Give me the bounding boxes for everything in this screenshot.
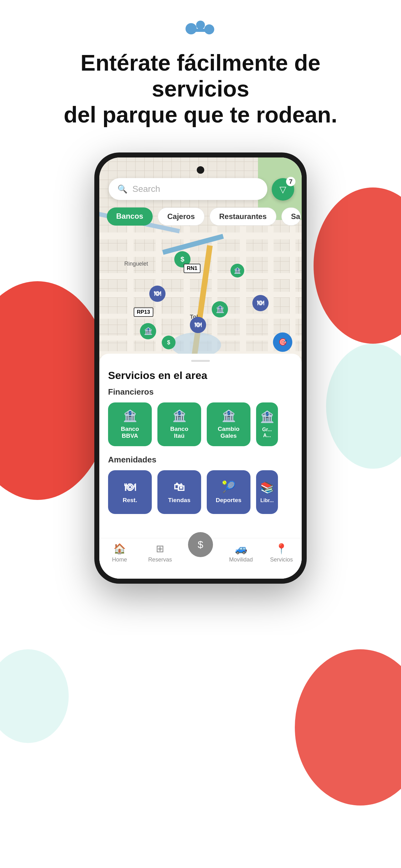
servicios-label: Servicios	[270, 556, 293, 563]
map-search-bar[interactable]: 🔍 Search	[109, 178, 267, 200]
svg-rect-3	[191, 29, 210, 32]
filter-button[interactable]: ▽ 7	[272, 178, 294, 200]
street-v7	[290, 226, 295, 370]
search-placeholder: Search	[132, 184, 160, 194]
pill-cajeros[interactable]: Cajeros	[158, 208, 205, 226]
libr-icon: 📚	[260, 481, 274, 494]
camera-notch	[197, 166, 204, 174]
nav-item-servicios[interactable]: 📍 Servicios	[261, 543, 302, 563]
map-marker-4: 🏦	[140, 323, 156, 339]
rp13-sign: RP13	[134, 307, 153, 317]
bank-icon-2: 🏦	[172, 409, 187, 423]
pill-sa[interactable]: Sa...	[281, 208, 301, 226]
bottom-nav: 🏠 Home ⊞ Reservas $ 🚙 Movilidad	[99, 538, 302, 579]
svg-point-1	[196, 21, 205, 29]
service-card-bbva[interactable]: 🏦 BancoBBVA	[108, 402, 152, 446]
bg-blob-mint2	[0, 649, 69, 743]
amenidades-title: Amenidades	[108, 455, 293, 465]
page-headline: Entérate fácilmente de servicios del par…	[47, 50, 354, 127]
app-logo	[182, 19, 219, 39]
nav-item-reservas[interactable]: ⊞ Reservas	[140, 543, 180, 563]
service-card-itau[interactable]: 🏦 BancoItaú	[157, 402, 201, 446]
service-card-deportes[interactable]: 🎾 Deportes	[207, 470, 250, 514]
bank-icon-1: 🏦	[123, 409, 137, 423]
phone-mockup: RN1 RP13 Ringuelet Tol $ 🏦 🏦 🏦 $ 🍽 🍽	[94, 153, 307, 584]
nav-item-movilidad[interactable]: 🚙 Movilidad	[221, 543, 261, 563]
filter-icon: ▽	[279, 184, 287, 195]
bank-icon-4: 🏦	[260, 410, 274, 423]
map-marker-r3: 🍽	[190, 317, 206, 333]
center-icon: $	[198, 539, 203, 551]
map-label-ringuelet: Ringuelet	[124, 260, 148, 267]
center-btn[interactable]: $	[188, 532, 213, 557]
street-v5	[240, 226, 246, 370]
nav-item-center[interactable]: $	[180, 539, 221, 557]
home-label: Home	[112, 556, 127, 563]
movilidad-icon: 🚙	[235, 543, 247, 555]
bg-blob-bottom	[295, 649, 401, 806]
deportes-icon: 🎾	[222, 480, 236, 494]
tiendas-icon: 🛍	[174, 480, 185, 494]
reservas-icon: ⊞	[156, 543, 164, 555]
category-pills: Bancos Cajeros Restaurantes Sa...	[107, 208, 302, 226]
panel-handle[interactable]	[191, 360, 210, 362]
amenidades-grid: 🍽 Rest. 🛍 Tiendas 🎾 Deportes 📚	[108, 470, 293, 514]
street-v6	[268, 226, 274, 370]
bank-icon-3: 🏦	[222, 409, 236, 423]
service-card-gr[interactable]: 🏦 Gr...A...	[256, 402, 278, 446]
map-marker-3: 🏦	[212, 301, 228, 317]
pill-bancos[interactable]: Bancos	[107, 208, 153, 226]
service-card-tiendas[interactable]: 🛍 Tiendas	[157, 470, 201, 514]
service-card-rest[interactable]: 🍽 Rest.	[108, 470, 152, 514]
financieros-grid: 🏦 BancoBBVA 🏦 BancoItaú 🏦 CambioGales	[108, 402, 293, 446]
reservas-label: Reservas	[148, 556, 172, 563]
rest-icon: 🍽	[124, 480, 136, 494]
search-icon: 🔍	[118, 184, 127, 194]
pill-restaurantes[interactable]: Restaurantes	[209, 208, 276, 226]
service-card-gales[interactable]: 🏦 CambioGales	[207, 402, 250, 446]
rn1-sign: RN1	[183, 264, 201, 273]
services-section-title: Servicios en el area	[108, 369, 293, 381]
home-icon: 🏠	[113, 543, 126, 555]
financieros-title: Financieros	[108, 387, 293, 397]
servicios-icon: 📍	[275, 543, 288, 555]
location-btn[interactable]: 🎯	[273, 333, 292, 352]
map-area: RN1 RP13 Ringuelet Tol $ 🏦 🏦 🏦 $ 🍽 🍽	[99, 157, 302, 370]
street-v1	[127, 226, 134, 370]
service-card-libr[interactable]: 📚 Libr...	[256, 470, 278, 514]
map-marker-r2: 🍽	[252, 295, 269, 311]
map-marker-r1: 🍽	[149, 286, 166, 302]
movilidad-label: Movilidad	[229, 556, 253, 563]
nav-item-home[interactable]: 🏠 Home	[99, 543, 140, 563]
